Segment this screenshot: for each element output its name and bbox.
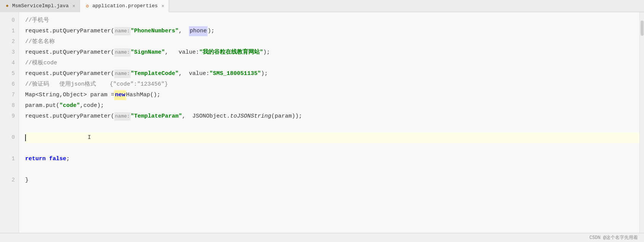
code-line-templateparam: request.putQueryParameter( name: "Templa… bbox=[25, 111, 639, 122]
ln-9: 9 bbox=[0, 111, 19, 122]
close-tab-msm[interactable]: ✕ bbox=[72, 3, 75, 9]
line-numbers: 0 1 2 3 4 5 6 7 8 9 0 1 2 bbox=[0, 12, 19, 233]
code-plain-4b: , JSONObject. bbox=[182, 111, 230, 121]
code-cursor-text: I bbox=[26, 133, 91, 143]
ln-6: 6 bbox=[0, 79, 19, 90]
code-plain-2b: , value: bbox=[165, 48, 199, 57]
code-string-sms: "SMS_180051135" bbox=[209, 69, 261, 79]
code-string-templatecode: "TemplateCode" bbox=[131, 69, 179, 79]
code-new-kw: new bbox=[114, 90, 126, 100]
tab-app-label: application.properties bbox=[92, 3, 158, 9]
code-param-name-4: name: bbox=[114, 112, 131, 121]
java-icon: ● bbox=[5, 3, 10, 9]
code-plain-1: request.putQueryParameter( bbox=[25, 26, 114, 36]
code-plain-4: request.putQueryParameter( bbox=[25, 111, 114, 121]
code-plain-param: param.put( bbox=[25, 101, 59, 111]
code-plain-map2: HashMap(); bbox=[126, 90, 160, 100]
code-line-comment-template: //模板code bbox=[25, 58, 639, 68]
code-line-paramput: param.put( "code" ,code); bbox=[25, 100, 639, 111]
code-string-templateparam: "TemplateParam" bbox=[131, 111, 182, 121]
code-italic-tojson: toJSONString bbox=[230, 111, 271, 121]
code-line-comment-sign: //签名名称 bbox=[25, 37, 639, 47]
code-line-signname: request.putQueryParameter( name: "SignNa… bbox=[25, 47, 639, 58]
scrollbar-thumb[interactable] bbox=[641, 21, 644, 36]
ln-11: 0 bbox=[0, 132, 19, 143]
code-line-putquery-phone: request.putQueryParameter( name: "PhoneN… bbox=[25, 26, 639, 37]
status-text: CSDN @这个名字先用着 bbox=[590, 234, 638, 241]
editor-area: 0 1 2 3 4 5 6 7 8 9 0 1 2 //手机号 request.… bbox=[0, 12, 644, 233]
code-line-empty-1 bbox=[25, 122, 639, 132]
ln-3: 3 bbox=[0, 47, 19, 58]
tab-bar: ● MsmServiceImpl.java ✕ ⚙ application.pr… bbox=[0, 0, 644, 12]
code-plain-1c: ); bbox=[208, 26, 214, 36]
close-tab-app[interactable]: ✕ bbox=[161, 3, 164, 9]
ln-7: 7 bbox=[0, 90, 19, 100]
code-plain-param2: ,code); bbox=[80, 101, 104, 111]
code-line-comment-verify: //验证码 使用json格式 {"code":"123456"} bbox=[25, 79, 639, 90]
code-line-hashmap: Map<String,Object> param = new HashMap()… bbox=[25, 90, 639, 100]
code-string-phone: "PhoneNumbers" bbox=[131, 26, 179, 36]
code-close-brace: } bbox=[25, 175, 29, 185]
ln-12 bbox=[0, 143, 19, 154]
tab-app[interactable]: ⚙ application.properties ✕ bbox=[80, 0, 169, 12]
config-icon: ⚙ bbox=[85, 3, 90, 9]
ln-2: 2 bbox=[0, 37, 19, 47]
code-plain-3b: , value: bbox=[179, 69, 209, 79]
code-param-name-2: name: bbox=[114, 48, 131, 57]
ln-13: 1 bbox=[0, 154, 19, 164]
code-line-return: return false ; bbox=[25, 154, 639, 164]
comment-phone: //手机号 bbox=[25, 16, 49, 25]
code-kw-return: return false bbox=[25, 154, 66, 164]
ln-15: 2 bbox=[0, 175, 19, 186]
status-bar: CSDN @这个名字先用着 bbox=[0, 233, 644, 242]
vertical-scrollbar[interactable] bbox=[639, 12, 644, 233]
ln-10 bbox=[0, 122, 19, 132]
ln-0: 0 bbox=[0, 15, 19, 26]
ln-5: 5 bbox=[0, 68, 19, 79]
comment-verify: //验证码 使用json格式 {"code":"123456"} bbox=[25, 80, 168, 89]
code-plain-return: ; bbox=[66, 154, 70, 164]
code-string-code-key: "code" bbox=[59, 101, 80, 111]
ln-1: 1 bbox=[0, 26, 19, 37]
code-plain-3c: ); bbox=[261, 69, 268, 79]
comment-template: //模板code bbox=[25, 58, 57, 68]
code-plain-2c: ); bbox=[263, 48, 270, 57]
code-plain-4c: (param)); bbox=[271, 111, 302, 121]
ln-14 bbox=[0, 164, 19, 175]
ln-8: 8 bbox=[0, 100, 19, 111]
code-line-cursor[interactable]: I bbox=[25, 132, 639, 143]
code-plain-3: request.putQueryParameter( bbox=[25, 69, 114, 79]
code-line-empty-2 bbox=[25, 143, 639, 154]
code-editor[interactable]: //手机号 request.putQueryParameter( name: "… bbox=[19, 12, 639, 233]
code-string-signname: "SignName" bbox=[131, 48, 165, 57]
tab-msm[interactable]: ● MsmServiceImpl.java ✕ bbox=[0, 0, 80, 12]
code-highlight-phone: phone bbox=[189, 26, 208, 36]
code-param-name-1: name: bbox=[114, 27, 131, 35]
code-line-empty-3 bbox=[25, 164, 639, 175]
code-plain-1b: , bbox=[179, 26, 189, 36]
tab-msm-label: MsmServiceImpl.java bbox=[12, 3, 69, 9]
code-line-comment-phone: //手机号 bbox=[25, 15, 639, 26]
code-param-name-3: name: bbox=[114, 70, 131, 78]
code-string-signvalue: "我的谷粒在线教育网站" bbox=[199, 48, 263, 57]
ln-4: 4 bbox=[0, 58, 19, 68]
comment-sign: //签名名称 bbox=[25, 37, 55, 47]
code-plain-map: Map<String,Object> param = bbox=[25, 90, 114, 100]
code-line-brace: } bbox=[25, 175, 639, 186]
code-line-templatecode: request.putQueryParameter( name: "Templa… bbox=[25, 68, 639, 79]
code-plain-2: request.putQueryParameter( bbox=[25, 48, 114, 57]
